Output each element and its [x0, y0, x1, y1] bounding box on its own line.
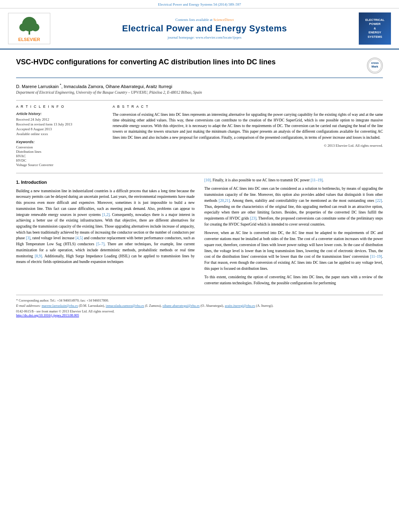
ref-11-19: [11–19]: [311, 178, 323, 182]
journal-header-center: Contents lists available at ScienceDirec…: [50, 18, 359, 39]
body-col-left: 1. Introduction Building a new transmiss…: [16, 177, 195, 289]
email-link-2[interactable]: inmaculada.zamora@ehu.es: [106, 304, 144, 308]
content-divider: [16, 173, 383, 173]
corresponding-author-text: * Corresponding author. Tel.: +34 946014…: [16, 298, 109, 302]
footnote-email: E-mail addresses: marene.larruskain@ehu.…: [16, 304, 383, 308]
received2: Received in revised form 13 July 2013: [16, 122, 105, 126]
elsevier-tree-svg: [11, 15, 47, 36]
ref-8-9: [8,9]: [35, 254, 42, 258]
copyright-line: © 2013 Elsevier Ltd. All rights reserved…: [113, 144, 383, 148]
elsevier-wordmark: ELSEVIER: [18, 37, 40, 42]
keywords-label: Keywords:: [16, 140, 105, 144]
article-info-column: A R T I C L E I N F O Article history: R…: [16, 105, 105, 167]
svg-point-5: [27, 17, 31, 21]
ref-10: [10]: [204, 178, 211, 182]
abstract-text: The conversion of existing AC lines into…: [113, 112, 383, 140]
footnote-corresponding: * Corresponding author. Tel.: +34 946014…: [16, 298, 383, 302]
main-content: VSC-HVDC configurations for converting A…: [0, 49, 399, 325]
email-link-4[interactable]: araitz.iturregi@ehu.es: [225, 304, 255, 308]
received1: Received 24 July 2012: [16, 117, 105, 121]
intro-heading: 1. Introduction: [16, 179, 195, 186]
ref-11-19b: [11–19]: [370, 255, 382, 259]
ref-1-2: [1,2]: [102, 213, 109, 217]
science-direct-link[interactable]: Contents lists available at ScienceDirec…: [50, 18, 359, 22]
ref-5-7: [5–7]: [96, 242, 105, 246]
body-col-right: [10]. Finally, it is also possible to us…: [204, 177, 383, 289]
svg-point-4: [31, 23, 39, 31]
ref-23: [23]: [250, 216, 257, 220]
crossmark-icon: cross Mark: [368, 58, 382, 73]
ref-22: [22]: [376, 199, 382, 203]
email-link-3[interactable]: oihane.abarrategui@ehu.es: [162, 304, 200, 308]
available-online: Available online xxxx: [16, 132, 105, 136]
journal-citation-bar: Electrical Power and Energy Systems 54 (…: [0, 0, 399, 8]
keyword-vsc: Voltage Source Converter: [16, 163, 105, 167]
intro-para-left-1: Building a new transmission line in indu…: [16, 188, 195, 265]
affiliation: Department of Electrical Engineering, Un…: [16, 90, 383, 94]
keyword-conversion: Conversion: [16, 145, 105, 149]
science-direct-name: ScienceDirect: [214, 18, 234, 22]
section-number: 1.: [16, 180, 20, 185]
ref-3: [3]: [26, 236, 30, 240]
history-label: Article history:: [16, 112, 105, 116]
article-info-abstract-section: A R T I C L E I N F O Article history: R…: [16, 100, 383, 167]
license-text: 0142-0615/$ - see front matter © 2013 El…: [16, 309, 115, 313]
footer-license: 0142-0615/$ - see front matter © 2013 El…: [16, 309, 383, 317]
intro-para-right-1: [10]. Finally, it is also possible to us…: [204, 177, 383, 183]
journal-homepage: journal homepage: www.elsevier.com/locat…: [50, 35, 359, 39]
body-two-col: 1. Introduction Building a new transmiss…: [16, 177, 383, 289]
keyword-hvdc: HVDC: [16, 158, 105, 162]
email-link-1[interactable]: marene.larruskain@ehu.es: [41, 304, 78, 308]
crossmark-logo[interactable]: cross Mark: [367, 58, 383, 74]
keyword-distribution-lines: Distribution lines: [16, 150, 105, 154]
badge-text: ELECTRICALPOWER&ENERGYSYSTEMS: [365, 18, 385, 39]
citation-text: Electrical Power and Energy Systems 54 (…: [158, 2, 241, 6]
intro-para-right-2: The conversion of AC lines into DC ones …: [204, 186, 383, 227]
article-info-label: A R T I C L E I N F O: [16, 105, 105, 109]
ref-4-5: [4,5]: [76, 236, 83, 240]
journal-header: ELSEVIER Contents lists available at Sci…: [0, 8, 399, 49]
article-title: VSC-HVDC configurations for converting A…: [16, 58, 276, 67]
svg-text:cross: cross: [371, 62, 379, 64]
intro-para-right-4: To this extent, considering the option o…: [204, 274, 383, 286]
section-title: Introduction: [21, 180, 47, 185]
ref-20-21: [20,21]: [219, 199, 230, 203]
abstract-label: A B S T R A C T: [113, 105, 383, 109]
email-label: E-mail addresses:: [16, 304, 41, 308]
svg-point-3: [19, 23, 27, 31]
article-title-section: VSC-HVDC configurations for converting A…: [16, 58, 383, 78]
elsevier-logo-left: ELSEVIER: [8, 13, 50, 44]
journal-badge-right: ELECTRICALPOWER&ENERGYSYSTEMS: [359, 12, 391, 45]
footer-area: * Corresponding author. Tel.: +34 946014…: [16, 295, 383, 317]
abstract-column: A B S T R A C T The conversion of existi…: [113, 105, 383, 167]
accepted: Accepted 8 August 2013: [16, 127, 105, 131]
authors-line: D. Marene Larruskain *, Inmaculada Zamor…: [16, 83, 383, 89]
svg-text:Mark: Mark: [372, 65, 378, 68]
doi-link[interactable]: http://dx.doi.org/10.1016/j.ijepes.2013.…: [16, 313, 79, 317]
intro-para-right-3: However, when an AC line is converted in…: [204, 230, 383, 271]
keyword-hvac: HVAC: [16, 154, 105, 158]
journal-title: Electrical Power and Energy Systems: [50, 23, 359, 34]
